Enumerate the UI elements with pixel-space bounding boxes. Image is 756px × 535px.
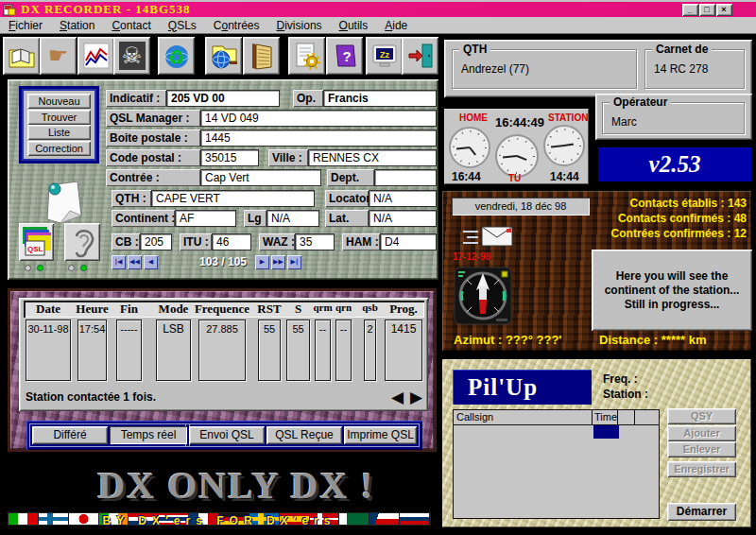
app-icon[interactable] <box>3 3 16 16</box>
menu-divisions[interactable]: Divisions <box>268 17 331 34</box>
cb-field[interactable]: 205 <box>140 233 172 250</box>
flag-ireland <box>99 513 129 525</box>
enlever-button[interactable]: Enlever <box>667 441 736 457</box>
callsign-column-header[interactable]: Callsign <box>454 410 593 424</box>
waz-label: WAZ : <box>259 233 295 250</box>
log-panel: Date30-11-98 Heure17:54 Fin----- ModeLSB… <box>8 288 437 452</box>
menu-qsls[interactable]: QSLs <box>160 17 205 34</box>
dx-info-panel: vendredi, 18 déc 98 Contacts établis : 1… <box>440 189 753 353</box>
qsl-recue-button[interactable]: QSL Reçue <box>266 426 342 444</box>
compass-icon[interactable] <box>454 267 512 329</box>
open-log-button[interactable] <box>3 37 40 75</box>
correction-button[interactable]: Correction <box>27 141 91 156</box>
help-book-icon: ? <box>331 42 359 70</box>
differe-button[interactable]: Différé <box>32 426 108 444</box>
flag-spain <box>280 513 310 525</box>
menu-contact[interactable]: Contact <box>103 17 159 34</box>
op-field[interactable]: Francis <box>323 90 437 107</box>
menu-outils[interactable]: Outils <box>331 17 377 34</box>
card-directory-button[interactable] <box>243 37 280 75</box>
qsy-button[interactable]: QSY <box>667 408 736 424</box>
operateur-groupbox: Opérateur Marc <box>602 102 745 134</box>
statistics-button[interactable] <box>77 37 114 75</box>
recycle-button[interactable]: ♻ <box>158 37 195 75</box>
menu-fichier[interactable]: Fichier <box>0 17 51 34</box>
listen-button[interactable] <box>64 223 100 261</box>
enregistrer-button[interactable]: Enregistrer <box>667 461 736 477</box>
qth-field[interactable]: CAPE VERT <box>151 190 315 207</box>
world-flags-strip <box>8 512 431 526</box>
log-column-qrm: qrm-- <box>315 298 331 411</box>
world-search-button[interactable] <box>205 37 242 75</box>
continent-field[interactable]: AF <box>175 210 236 227</box>
flag-finland <box>39 513 69 525</box>
find-station-button[interactable]: ☛ <box>40 37 77 75</box>
led-indicator <box>68 265 75 271</box>
ham-field[interactable]: D4 <box>380 233 437 250</box>
qsl-manager-field[interactable]: 14 VD 049 <box>200 110 437 127</box>
lg-field[interactable]: N/A <box>266 210 319 227</box>
ville-field[interactable]: RENNES CX <box>308 149 437 166</box>
selected-time-cell[interactable] <box>593 425 619 439</box>
flag-denmark <box>310 513 340 525</box>
close-button[interactable]: × <box>716 4 732 16</box>
menu-contrees[interactable]: Contrées <box>205 17 268 34</box>
locator-field[interactable]: N/A <box>369 190 437 207</box>
qsl-manager-label: QSL Manager : <box>106 110 200 127</box>
screensaver-button[interactable]: Zz <box>366 37 403 75</box>
mail-icon <box>461 223 516 253</box>
open-door-icon <box>248 42 276 70</box>
clock-panel: HOME 16:44:49 STATION 16:44 TU 14:44 <box>442 107 591 186</box>
temps-reel-button[interactable]: Temps réel <box>110 426 187 444</box>
dept-field[interactable] <box>374 169 437 186</box>
nouveau-button[interactable]: Nouveau <box>27 94 91 109</box>
log-column-qsb: qsb2 <box>364 298 376 411</box>
exit-button[interactable] <box>402 37 438 75</box>
prev-record-button[interactable]: ◀ <box>144 255 158 269</box>
menu-aide[interactable]: Aide <box>376 17 416 34</box>
flag-italy <box>9 513 39 525</box>
indicatif-field[interactable]: 205 VD 00 <box>166 90 280 107</box>
flag-netherlands <box>129 513 159 525</box>
station-form-panel: Nouveau Trouver Liste Correction QSL Ind… <box>8 79 438 280</box>
pilup-table[interactable]: Callsign Time <box>453 409 660 519</box>
first-record-button[interactable]: |◀ <box>112 255 126 269</box>
delete-contact-button[interactable]: ☠ <box>113 37 150 75</box>
operateur-value: Marc <box>611 115 637 129</box>
waz-field[interactable]: 35 <box>295 233 335 250</box>
qth-value: Andrezel (77) <box>461 62 529 76</box>
log-prev-arrow[interactable]: ◀ <box>391 388 404 406</box>
itu-field[interactable]: 46 <box>212 233 251 250</box>
log-next-arrow[interactable]: ▶ <box>410 388 422 406</box>
next-record-button[interactable]: ▶ <box>255 255 269 269</box>
ville-label: Ville : <box>268 149 308 166</box>
imprime-qsl-button[interactable]: Imprime QSL <box>344 426 417 444</box>
fast-next-button[interactable]: ▶▶ <box>271 255 285 269</box>
qsl-cards-button[interactable]: QSL <box>19 223 54 261</box>
fast-prev-button[interactable]: ◀◀ <box>128 255 142 269</box>
time-column-header[interactable]: Time <box>593 410 618 424</box>
led-indicator-on <box>37 265 43 271</box>
code-postal-field[interactable]: 35015 <box>200 149 259 166</box>
distance-readout: Distance : ***** km <box>599 333 706 347</box>
last-record-button[interactable]: ▶| <box>287 255 301 269</box>
demarrer-button[interactable]: Démarrer <box>667 503 736 521</box>
minimize-button[interactable]: _ <box>682 4 698 16</box>
lat-field[interactable]: N/A <box>369 210 437 227</box>
menu-station[interactable]: Station <box>51 17 103 34</box>
title-bar[interactable]: DX RECORDER - 14BG538 _ □ × <box>0 2 756 17</box>
carnet-groupbox: Carnet de 14 RC 278 <box>644 49 745 89</box>
qth-groupbox: QTH Andrezel (77) <box>452 49 637 89</box>
record-counter: 103 / 105 <box>193 255 253 269</box>
settings-button[interactable] <box>288 37 325 75</box>
led-indicator-on <box>80 265 87 271</box>
boite-postale-field[interactable]: 1445 <box>200 129 437 147</box>
liste-button[interactable]: Liste <box>27 125 91 140</box>
contree-field[interactable]: Cap Vert <box>200 169 321 186</box>
trouver-button[interactable]: Trouver <box>27 110 91 125</box>
maximize-button[interactable]: □ <box>699 4 715 16</box>
ajouter-button[interactable]: Ajouter <box>667 425 736 441</box>
note-pin-icon[interactable] <box>42 180 85 225</box>
help-button[interactable]: ? <box>326 37 363 75</box>
envoi-qsl-button[interactable]: Envoi QSL <box>189 426 265 444</box>
